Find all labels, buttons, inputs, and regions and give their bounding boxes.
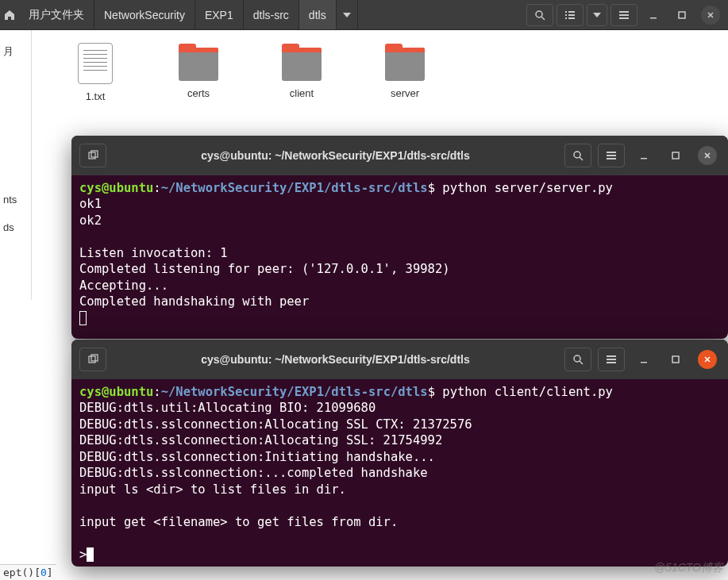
svg-rect-8 [619, 11, 629, 13]
terminal-title: cys@ubuntu: ~/NetworkSecurity/EXP1/dtls-… [113, 149, 558, 162]
file-manager-sidebar: 月 nts ds [0, 30, 32, 300]
breadcrumb: 用户文件夹 NetworkSecurity EXP1 dtls-src dtls [19, 0, 522, 29]
svg-line-1 [541, 17, 545, 20]
svg-point-28 [574, 355, 580, 362]
terminal-window-server: cys@ubuntu: ~/NetworkSecurity/EXP1/dtls-… [71, 136, 728, 339]
sidebar-fragment[interactable]: 月 [3, 36, 28, 67]
crumb-user-folder[interactable]: 用户文件夹 [19, 0, 94, 29]
watermark: @51CTO博客 [654, 561, 723, 575]
svg-rect-6 [565, 17, 567, 19]
svg-rect-2 [565, 11, 567, 13]
svg-rect-9 [619, 14, 629, 16]
svg-rect-30 [607, 355, 616, 357]
view-dropdown[interactable] [587, 4, 607, 26]
svg-rect-20 [607, 155, 616, 156]
svg-rect-27 [91, 355, 98, 361]
svg-rect-26 [89, 356, 95, 363]
svg-rect-34 [672, 356, 679, 363]
svg-rect-5 [568, 14, 575, 16]
terminal-titlebar: cys@ubuntu: ~/NetworkSecurity/EXP1/dtls-… [71, 340, 728, 379]
hamburger-menu-button[interactable] [598, 144, 625, 167]
close-button[interactable] [698, 350, 717, 369]
hamburger-menu-button[interactable] [598, 348, 625, 371]
svg-rect-16 [91, 151, 98, 157]
folder-icon [179, 48, 218, 81]
new-tab-button[interactable] [79, 144, 106, 167]
svg-rect-32 [607, 362, 616, 363]
file-label: 1.txt [86, 90, 106, 102]
terminal-output[interactable]: cys@ubuntu:~/NetworkSecurity/EXP1/dtls-s… [71, 175, 728, 331]
home-icon[interactable] [0, 0, 19, 30]
cursor-icon [87, 547, 94, 562]
close-button[interactable] [698, 146, 717, 165]
minimize-button[interactable] [634, 146, 653, 165]
svg-point-17 [574, 152, 580, 158]
cursor-icon [79, 311, 87, 325]
svg-rect-4 [565, 14, 567, 16]
hamburger-menu-button[interactable] [611, 4, 637, 26]
breadcrumb-dropdown[interactable] [337, 0, 358, 29]
list-view-button[interactable] [557, 4, 584, 26]
crumb-exp1[interactable]: EXP1 [195, 0, 244, 29]
svg-rect-23 [672, 152, 679, 159]
svg-rect-15 [89, 152, 95, 159]
bottom-code-fragment: ept()[0] [0, 564, 56, 580]
sidebar-fragment[interactable]: ds [3, 213, 28, 241]
folder-icon [385, 48, 425, 81]
file-manager-toolbar: 用户文件夹 NetworkSecurity EXP1 dtls-src dtls [0, 0, 728, 30]
minimize-button[interactable] [634, 350, 653, 369]
maximize-button[interactable] [666, 350, 685, 369]
fm-right-controls [522, 4, 728, 26]
svg-rect-31 [607, 359, 616, 360]
search-button[interactable] [564, 144, 591, 167]
crumb-dtls-src[interactable]: dtls-src [244, 0, 299, 29]
file-label: server [391, 87, 419, 99]
file-label: certs [187, 87, 210, 99]
terminal-titlebar: cys@ubuntu: ~/NetworkSecurity/EXP1/dtls-… [71, 136, 728, 175]
minimize-button[interactable] [644, 6, 663, 25]
svg-rect-10 [619, 17, 629, 19]
sidebar-fragment[interactable]: nts [3, 186, 28, 213]
terminal-output[interactable]: cys@ubuntu:~/NetworkSecurity/EXP1/dtls-s… [71, 379, 728, 567]
svg-point-0 [536, 11, 542, 17]
svg-line-29 [580, 361, 583, 364]
crumb-network-security[interactable]: NetworkSecurity [94, 0, 195, 29]
maximize-button[interactable] [672, 6, 691, 25]
svg-rect-7 [568, 17, 575, 19]
svg-rect-3 [568, 11, 575, 13]
new-tab-button[interactable] [79, 348, 106, 371]
svg-rect-22 [641, 158, 647, 159]
svg-rect-11 [650, 17, 657, 19]
folder-icon [282, 48, 322, 81]
svg-rect-21 [607, 158, 616, 159]
svg-rect-19 [607, 152, 616, 153]
search-button[interactable] [526, 4, 553, 26]
maximize-button[interactable] [666, 146, 685, 165]
text-file-icon [78, 43, 113, 84]
terminal-title: cys@ubuntu: ~/NetworkSecurity/EXP1/dtls-… [113, 353, 558, 366]
svg-rect-33 [641, 362, 647, 363]
search-button[interactable] [564, 348, 591, 371]
file-label: client [290, 87, 314, 99]
close-button[interactable] [701, 6, 720, 25]
crumb-dtls[interactable]: dtls [299, 0, 337, 29]
svg-line-18 [580, 157, 583, 160]
terminal-window-client: cys@ubuntu: ~/NetworkSecurity/EXP1/dtls-… [71, 340, 728, 567]
svg-rect-12 [679, 12, 685, 18]
